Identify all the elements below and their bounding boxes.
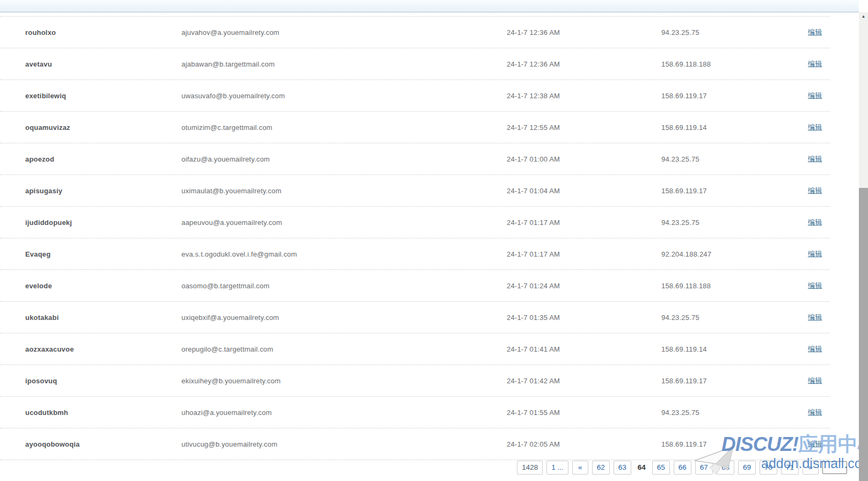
page-button[interactable]: 71 xyxy=(781,461,799,475)
register-time: 24-1-7 02:05 AM xyxy=(507,440,560,448)
table-row: ucodutkbmhuhoazi@a.youemailrety.com24-1-… xyxy=(0,396,830,428)
page-button[interactable]: « xyxy=(572,461,588,475)
edit-link[interactable]: 编辑 xyxy=(808,91,822,100)
register-time: 24-1-7 01:35 AM xyxy=(507,314,560,322)
edit-link[interactable]: 编辑 xyxy=(808,122,822,132)
edit-link[interactable]: 编辑 xyxy=(808,186,822,195)
register-time: 24-1-7 01:42 AM xyxy=(507,377,560,385)
vertical-scrollbar[interactable]: ▲ xyxy=(859,12,868,481)
table-row: ijudiddopuekjaapeuvou@a.youemailrety.com… xyxy=(0,206,830,238)
scroll-up-arrow-icon[interactable]: ▲ xyxy=(859,12,868,20)
email: ekixuihey@b.youemailrety.com xyxy=(181,377,281,385)
register-time: 24-1-7 01:41 AM xyxy=(507,345,560,353)
email: uxiqebxif@a.youemailrety.com xyxy=(181,314,279,322)
ip-address: 158.69.119.17 xyxy=(661,92,707,100)
email: uximaulat@b.youemailrety.com xyxy=(181,187,281,195)
email: otumizim@c.targettmail.com xyxy=(181,123,272,132)
username: ijudiddopuekj xyxy=(25,218,72,227)
ip-address: 94.23.25.75 xyxy=(661,28,699,37)
email: ajuvahov@a.youemailrety.com xyxy=(181,28,279,37)
register-time: 24-1-7 12:55 AM xyxy=(507,123,560,132)
username: evelode xyxy=(25,282,52,290)
edit-link[interactable]: 编辑 xyxy=(808,312,822,322)
table-row: exetibilewiquwasuvafo@b.youemailrety.com… xyxy=(0,79,830,111)
page-button[interactable]: 70 xyxy=(760,461,777,475)
email: oifazu@a.youemailrety.com xyxy=(181,155,270,163)
email: aapeuvou@a.youemailrety.com xyxy=(181,218,282,227)
ip-address: 158.69.119.14 xyxy=(661,123,707,132)
email: orepugilo@c.targettmail.com xyxy=(181,345,273,353)
page-button[interactable]: 1428 xyxy=(517,461,543,475)
page-jump-input[interactable] xyxy=(822,461,847,474)
username: ucodutkbmh xyxy=(25,409,68,417)
ip-address: 158.69.119.17 xyxy=(661,187,707,195)
email: eva.s.t.ogodukl.ovel.i.fe@gmail.com xyxy=(181,250,297,258)
table-row: apoezodoifazu@a.youemailrety.com24-1-7 0… xyxy=(0,143,830,174)
ip-address: 94.23.25.75 xyxy=(661,409,699,417)
register-time: 24-1-7 01:17 AM xyxy=(507,250,560,258)
email: uwasuvafo@b.youemailrety.com xyxy=(181,92,285,100)
table-row: iposovuqekixuihey@b.youemailrety.com24-1… xyxy=(0,365,830,396)
edit-link[interactable]: 编辑 xyxy=(808,281,822,290)
register-time: 24-1-7 01:00 AM xyxy=(507,155,560,163)
table-row: oquamuvizazotumizim@c.targettmail.com24-… xyxy=(0,111,830,143)
edit-link[interactable]: 编辑 xyxy=(808,154,822,164)
ip-address: 94.23.25.75 xyxy=(661,218,699,227)
register-time: 24-1-7 01:55 AM xyxy=(507,409,560,417)
page-button[interactable]: 62 xyxy=(592,461,610,475)
email: ajabawan@b.targettmail.com xyxy=(181,60,275,68)
register-time: 24-1-7 12:36 AM xyxy=(507,28,560,37)
pagination: 14281 ...«62636465666768697071» xyxy=(517,461,847,475)
username: apoezod xyxy=(25,155,54,163)
edit-link[interactable]: 编辑 xyxy=(808,344,822,354)
email: utivucug@b.youemailrety.com xyxy=(181,440,278,448)
page-button[interactable]: 65 xyxy=(652,461,670,475)
table-row: avetavuajabawan@b.targettmail.com24-1-7 … xyxy=(0,48,830,79)
table-row: ukotakabiuxiqebxif@a.youemailrety.com24-… xyxy=(0,301,830,333)
page-button[interactable]: 69 xyxy=(738,461,756,475)
table-row: aozxaxacuvoeorepugilo@c.targettmail.com2… xyxy=(0,333,830,365)
ip-address: 94.23.25.75 xyxy=(661,314,699,322)
username: oquamuvizaz xyxy=(25,123,70,132)
username: ayooqobowoqia xyxy=(25,440,80,448)
ip-address: 158.69.118.188 xyxy=(661,60,711,68)
page-button[interactable]: 68 xyxy=(717,461,734,475)
ip-address: 158.69.119.14 xyxy=(661,345,707,353)
email: uhoazi@a.youemailrety.com xyxy=(181,409,272,417)
member-table: rouholxoajuvahov@a.youemailrety.com24-1-… xyxy=(0,16,830,460)
scrollbar-thumb[interactable] xyxy=(859,188,868,481)
username: Evaqeg xyxy=(25,250,50,258)
table-row: evelodeoasomo@b.targettmail.com24-1-7 01… xyxy=(0,269,830,301)
register-time: 24-1-7 12:38 AM xyxy=(507,92,560,100)
page-button[interactable]: » xyxy=(803,461,819,475)
username: avetavu xyxy=(25,60,52,68)
table-row: ayooqobowoqiautivucug@b.youemailrety.com… xyxy=(0,428,830,460)
register-time: 24-1-7 12:36 AM xyxy=(507,60,560,68)
ip-address: 158.69.119.17 xyxy=(661,377,707,385)
edit-link[interactable]: 编辑 xyxy=(808,407,822,417)
ip-address: 158.69.119.17 xyxy=(661,440,707,448)
page-button[interactable]: 66 xyxy=(674,461,691,475)
table-row: rouholxoajuvahov@a.youemailrety.com24-1-… xyxy=(0,16,830,48)
username: rouholxo xyxy=(25,28,56,37)
email: oasomo@b.targettmail.com xyxy=(181,282,269,290)
edit-link[interactable]: 编辑 xyxy=(808,27,822,37)
username: exetibilewiq xyxy=(25,92,66,100)
ip-address: 94.23.25.75 xyxy=(661,155,699,163)
edit-link[interactable]: 编辑 xyxy=(808,439,822,449)
page-button[interactable]: 63 xyxy=(614,461,631,475)
register-time: 24-1-7 01:04 AM xyxy=(507,187,560,195)
ip-address: 92.204.188.247 xyxy=(661,250,711,258)
page-button[interactable]: 1 ... xyxy=(546,461,568,475)
username: iposovuq xyxy=(25,377,57,385)
page-button[interactable]: 67 xyxy=(695,461,713,475)
table-row: Evaqegeva.s.t.ogodukl.ovel.i.fe@gmail.co… xyxy=(0,238,830,269)
edit-link[interactable]: 编辑 xyxy=(808,376,822,385)
edit-link[interactable]: 编辑 xyxy=(808,217,822,227)
ip-address: 158.69.118.188 xyxy=(661,282,711,290)
register-time: 24-1-7 01:24 AM xyxy=(507,282,560,290)
edit-link[interactable]: 编辑 xyxy=(808,59,822,69)
table-bottom-border xyxy=(0,460,830,460)
top-header-bar xyxy=(0,0,859,12)
edit-link[interactable]: 编辑 xyxy=(808,249,822,259)
